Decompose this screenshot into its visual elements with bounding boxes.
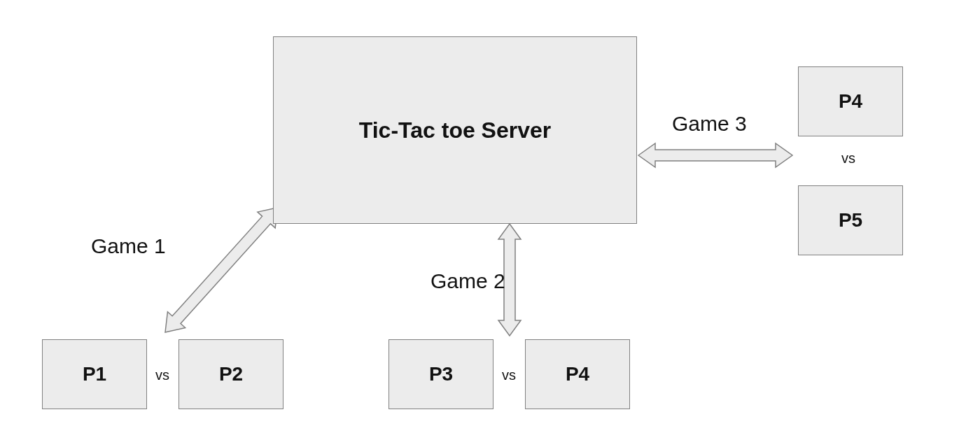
game-3-label: Game 3 xyxy=(672,112,747,136)
diagram-canvas: Tic-Tac toe Server Game 1 Game 2 Game 3 … xyxy=(0,0,980,447)
player-label-p1: P1 xyxy=(83,363,106,385)
player-box-p4-r: P4 xyxy=(798,66,903,136)
player-box-p3: P3 xyxy=(388,339,493,409)
vs-label-game-2: vs xyxy=(502,367,516,383)
arrow-game-3 xyxy=(638,143,792,167)
player-box-p5: P5 xyxy=(798,185,903,255)
vs-label-game-1: vs xyxy=(155,367,169,383)
server-box: Tic-Tac toe Server xyxy=(273,36,637,224)
player-label-p2: P2 xyxy=(219,363,243,385)
arrow-game-1 xyxy=(156,199,286,340)
player-label-p4-r: P4 xyxy=(839,90,862,113)
player-box-p2: P2 xyxy=(178,339,284,409)
player-label-p3: P3 xyxy=(429,363,453,385)
player-label-p4-b: P4 xyxy=(566,363,589,385)
vs-label-game-3: vs xyxy=(841,150,855,166)
player-box-p1: P1 xyxy=(42,339,147,409)
game-2-label: Game 2 xyxy=(430,269,505,293)
player-box-p4-b: P4 xyxy=(525,339,630,409)
game-1-label: Game 1 xyxy=(91,234,166,258)
player-label-p5: P5 xyxy=(839,209,862,232)
server-label: Tic-Tac toe Server xyxy=(359,118,552,143)
